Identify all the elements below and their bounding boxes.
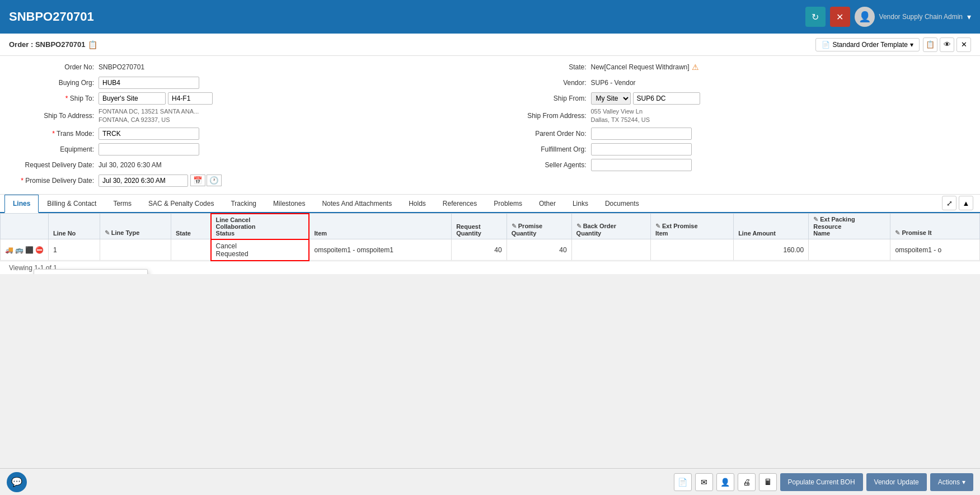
warn-icon: ⚠ <box>692 63 699 72</box>
ship-to-input1[interactable] <box>99 92 166 105</box>
state-label: State: <box>501 63 591 71</box>
parent-order-label: Parent Order No: <box>501 130 591 138</box>
col-header-req-qty: RequestQuantity <box>452 214 507 239</box>
col-header-linetype: ✎ Line Type <box>100 214 171 239</box>
fulfillment-org-input[interactable] <box>591 143 692 155</box>
cell-backorder-qty <box>571 239 650 261</box>
col-header-actions <box>1 214 49 239</box>
tab-references[interactable]: References <box>434 195 485 213</box>
ship-from-label: Ship From: <box>501 95 591 102</box>
col-header-lineno: Line No <box>49 214 100 239</box>
top-bar-right: ↻ ✕ 👤 Vendor Supply Chain Admin ▾ <box>805 7 971 27</box>
cell-req-qty: 40 <box>452 239 507 261</box>
order-label: Order : SNBPO270701 📋 <box>9 40 97 49</box>
fulfillment-org-label: Fulfillment Org: <box>501 145 591 153</box>
col-header-ext-promise-item: ✎ Ext PromiseItem <box>650 214 733 239</box>
ship-to-input2[interactable] <box>168 92 213 105</box>
tab-tracking[interactable]: Tracking <box>222 195 265 213</box>
clock-icon-btn[interactable]: 🕐 <box>207 175 222 186</box>
ship-from-address-label: Ship From Address: <box>501 112 591 120</box>
promise-qty-edit-icon[interactable]: ✎ <box>512 223 517 229</box>
refresh-button[interactable]: ↻ <box>805 7 826 27</box>
req-delivery-value: Jul 30, 2020 6:30 AM <box>99 161 162 169</box>
expand-icon-btn[interactable]: ⤢ <box>942 196 956 210</box>
seller-agents-row: Seller Agents: <box>501 158 972 172</box>
template-button[interactable]: 📄 Standard Order Template ▾ <box>815 38 920 51</box>
state-text: New[Cancel Request Withdrawn] <box>591 63 690 71</box>
tab-terms[interactable]: Terms <box>105 195 140 213</box>
user-menu-chevron[interactable]: ▾ <box>967 12 971 21</box>
promise-it-edit-icon[interactable]: ✎ <box>895 229 900 236</box>
col-header-backorder-qty: ✎ Back OrderQuantity <box>571 214 650 239</box>
tab-links[interactable]: Links <box>564 195 597 213</box>
cell-ext-promise-item <box>650 239 733 261</box>
calendar-icon-btn[interactable]: 📅 <box>190 175 205 186</box>
ship-from-value-input[interactable] <box>633 92 700 105</box>
vendor-label: Vendor: <box>501 79 591 87</box>
cell-linetype <box>100 239 171 261</box>
trans-mode-input[interactable] <box>99 128 199 140</box>
tab-holds[interactable]: Holds <box>400 195 434 213</box>
promise-delivery-row: Promise Delivery Date: 📅 🕐 <box>9 174 479 187</box>
user-name: Vendor Supply Chain Admin <box>879 13 963 21</box>
ship-from-row: Ship From: My Site <box>501 92 972 105</box>
col-header-cancel-status: Line CancelCollaborationStatus <box>211 214 310 239</box>
copy-order-icon[interactable]: 📋 <box>88 40 97 49</box>
tab-documents[interactable]: Documents <box>597 195 648 213</box>
eye-icon-btn[interactable]: 👁 <box>940 37 954 52</box>
col-header-promise-it: ✎ Promise It <box>890 214 980 239</box>
app-title: SNBPO270701 <box>9 10 94 24</box>
close-button[interactable]: ✕ <box>830 7 850 27</box>
cell-lineno: 1 <box>49 239 100 261</box>
main-content: Order No: SNBPO270701 Buying Org: Ship T… <box>0 56 980 274</box>
tab-other[interactable]: Other <box>531 195 564 213</box>
parent-order-input[interactable] <box>591 128 692 140</box>
equipment-label: Equipment: <box>9 145 99 153</box>
user-info: 👤 Vendor Supply Chain Admin <box>855 7 963 27</box>
stop-icon[interactable]: ⛔ <box>35 246 44 254</box>
top-bar: SNBPO270701 ↻ ✕ 👤 Vendor Supply Chain Ad… <box>0 0 980 34</box>
truck-icon[interactable]: 🚚 <box>5 246 13 254</box>
buying-org-input[interactable] <box>99 77 199 89</box>
trans-mode-label: Trans Mode: <box>9 130 99 138</box>
order-bar: Order : SNBPO270701 📋 📄 Standard Order T… <box>0 34 980 56</box>
tab-billing[interactable]: Billing & Contact <box>39 195 105 213</box>
seller-agents-input[interactable] <box>591 159 692 171</box>
ship-from-select[interactable]: My Site <box>591 92 631 105</box>
equipment-input[interactable] <box>99 143 199 155</box>
promise-delivery-input[interactable] <box>99 175 188 187</box>
grid-table: Line No ✎ Line Type State Line CancelCol… <box>0 213 980 261</box>
cell-state <box>171 239 211 261</box>
linetype-edit-icon[interactable]: ✎ <box>105 229 110 236</box>
backorder-qty-edit-icon[interactable]: ✎ <box>576 223 582 229</box>
grid-scroll-area[interactable]: Line No ✎ Line Type State Line CancelCol… <box>0 213 980 261</box>
menu-item-reject[interactable]: Reject Cancel Line Request <box>34 270 147 274</box>
avatar: 👤 <box>855 7 875 27</box>
bus-icon[interactable]: 🚌 <box>15 246 24 254</box>
ship-to-address-value: FONTANA DC, 13521 SANTA ANA... FONTANA, … <box>99 107 199 125</box>
fulfillment-org-row: Fulfillment Org: <box>501 143 972 156</box>
tab-problems[interactable]: Problems <box>485 195 531 213</box>
order-no-value: SNBPO270701 <box>99 63 144 71</box>
order-no-label: Order No: <box>9 63 99 71</box>
context-menu: Reject Cancel Line Request Approve Cance… <box>34 269 148 274</box>
tab-sac[interactable]: SAC & Penalty Codes <box>140 195 222 213</box>
print-icon-btn[interactable]: 📋 <box>923 37 937 52</box>
tab-notes[interactable]: Notes And Attachments <box>313 195 400 213</box>
ship-from-address-row: Ship From Address: 055 Valley View Ln Da… <box>501 107 972 125</box>
cell-promise-qty: 40 <box>507 239 571 261</box>
tab-lines[interactable]: Lines <box>4 195 39 213</box>
toolbar-icons: 📋 👁 ✕ <box>923 37 971 52</box>
ext-promise-item-edit-icon[interactable]: ✎ <box>655 223 660 229</box>
close-icon-btn[interactable]: ✕ <box>956 37 971 52</box>
equipment-row: Equipment: <box>9 143 479 156</box>
buying-org-label: Buying Org: <box>9 79 99 87</box>
form-left-col: Order No: SNBPO270701 Buying Org: Ship T… <box>9 60 479 190</box>
tab-milestones[interactable]: Milestones <box>265 195 313 213</box>
box-icon[interactable]: ⬛ <box>25 246 34 254</box>
collapse-icon-btn[interactable]: ▲ <box>959 196 973 210</box>
ship-from-group: My Site <box>591 92 700 105</box>
order-bar-right: 📄 Standard Order Template ▾ 📋 👁 ✕ <box>815 37 971 52</box>
packing-resource-edit-icon[interactable]: ✎ <box>813 216 818 223</box>
ship-to-address-label: Ship To Address: <box>9 112 99 120</box>
